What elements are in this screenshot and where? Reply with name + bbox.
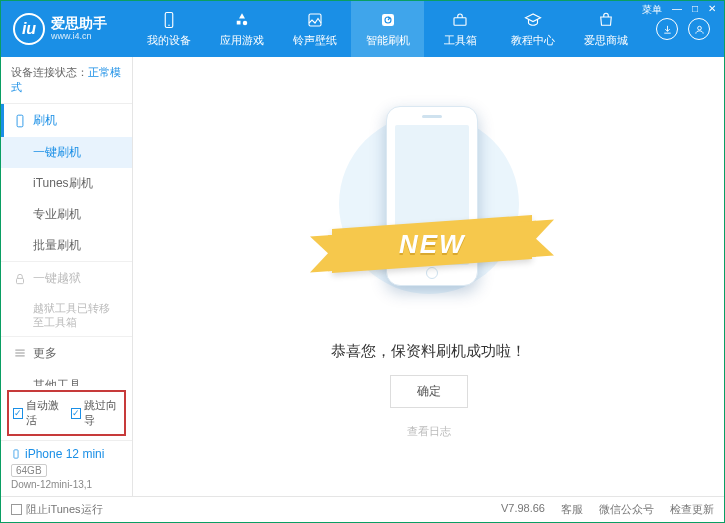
update-link[interactable]: 检查更新 bbox=[670, 502, 714, 517]
success-illustration: NEW bbox=[354, 114, 504, 314]
status-label: 设备连接状态： bbox=[11, 66, 88, 78]
status-bar: 阻止iTunes运行 V7.98.66 客服 微信公众号 检查更新 bbox=[1, 496, 724, 522]
success-message: 恭喜您，保资料刷机成功啦！ bbox=[331, 342, 526, 361]
toolbox-icon bbox=[451, 11, 469, 29]
nav-store[interactable]: 爱思商城 bbox=[569, 1, 642, 57]
maximize-button[interactable]: □ bbox=[690, 3, 700, 17]
group-label: 一键越狱 bbox=[33, 270, 81, 287]
nav-label: 工具箱 bbox=[444, 33, 477, 48]
nav-label: 铃声壁纸 bbox=[293, 33, 337, 48]
wallpaper-icon bbox=[306, 11, 324, 29]
group-label: 刷机 bbox=[33, 112, 57, 129]
nav-toolbox[interactable]: 工具箱 bbox=[424, 1, 497, 57]
sidebar-menu: 刷机 一键刷机 iTunes刷机 专业刷机 批量刷机 一键越狱 越狱工具已转移至… bbox=[1, 104, 132, 386]
app-title: 爱思助手 bbox=[51, 16, 107, 31]
lock-icon bbox=[13, 272, 27, 286]
svg-rect-6 bbox=[454, 17, 466, 25]
options-box: ✓自动激活 ✓跳过向导 bbox=[7, 390, 126, 436]
more-icon bbox=[13, 346, 27, 360]
device-name: iPhone 12 mini bbox=[11, 447, 122, 461]
checkbox-label: 阻止iTunes运行 bbox=[26, 502, 103, 517]
device-info[interactable]: iPhone 12 mini 64GB Down-12mini-13,1 bbox=[1, 440, 132, 496]
check-icon: ✓ bbox=[13, 408, 23, 419]
checkbox-block-itunes[interactable]: 阻止iTunes运行 bbox=[11, 502, 103, 517]
title-bar: 菜单 — □ ✕ iu 爱思助手 www.i4.cn 我的设备 应用游戏 铃声壁… bbox=[1, 1, 724, 57]
logo-icon: iu bbox=[13, 13, 45, 45]
sidebar-group-flash[interactable]: 刷机 bbox=[1, 104, 132, 137]
checkbox-icon bbox=[11, 504, 22, 515]
main-content: NEW 恭喜您，保资料刷机成功啦！ 确定 查看日志 bbox=[133, 57, 724, 496]
phone-icon bbox=[160, 11, 178, 29]
sidebar-group-jailbreak[interactable]: 一键越狱 bbox=[1, 262, 132, 295]
logo: iu 爱思助手 www.i4.cn bbox=[1, 13, 133, 45]
nav-apps[interactable]: 应用游戏 bbox=[206, 1, 279, 57]
version-label: V7.98.66 bbox=[501, 502, 545, 517]
tutorial-icon bbox=[524, 11, 542, 29]
sidebar: 设备连接状态：正常模式 刷机 一键刷机 iTunes刷机 专业刷机 批量刷机 一… bbox=[1, 57, 133, 496]
window-controls: 菜单 — □ ✕ bbox=[640, 3, 718, 17]
svg-point-7 bbox=[697, 26, 701, 30]
sidebar-item-batch[interactable]: 批量刷机 bbox=[1, 230, 132, 261]
nav-flash[interactable]: 智能刷机 bbox=[351, 1, 424, 57]
sidebar-item-other[interactable]: 其他工具 bbox=[1, 370, 132, 386]
device-capacity: 64GB bbox=[11, 464, 47, 477]
nav-ringtone[interactable]: 铃声壁纸 bbox=[278, 1, 351, 57]
wechat-link[interactable]: 微信公众号 bbox=[599, 502, 654, 517]
jailbreak-note: 越狱工具已转移至工具箱 bbox=[1, 295, 132, 336]
flash-icon bbox=[379, 11, 397, 29]
sidebar-item-itunes[interactable]: iTunes刷机 bbox=[1, 168, 132, 199]
svg-rect-10 bbox=[14, 450, 18, 458]
device-model: Down-12mini-13,1 bbox=[11, 479, 122, 490]
sidebar-group-more[interactable]: 更多 bbox=[1, 337, 132, 370]
minimize-button[interactable]: — bbox=[670, 3, 684, 17]
body: 设备连接状态：正常模式 刷机 一键刷机 iTunes刷机 专业刷机 批量刷机 一… bbox=[1, 57, 724, 496]
checkbox-skip-guide[interactable]: ✓跳过向导 bbox=[71, 398, 121, 428]
nav-label: 教程中心 bbox=[511, 33, 555, 48]
nav-label: 应用游戏 bbox=[220, 33, 264, 48]
download-button[interactable] bbox=[656, 18, 678, 40]
svg-point-3 bbox=[243, 20, 248, 25]
checkbox-auto-activate[interactable]: ✓自动激活 bbox=[13, 398, 63, 428]
checkbox-label: 跳过向导 bbox=[84, 398, 121, 428]
sidebar-item-oneclick[interactable]: 一键刷机 bbox=[1, 137, 132, 168]
svg-point-1 bbox=[169, 24, 171, 26]
nav-tutorial[interactable]: 教程中心 bbox=[497, 1, 570, 57]
ok-button[interactable]: 确定 bbox=[390, 375, 468, 408]
phone-icon bbox=[13, 114, 27, 128]
svg-rect-8 bbox=[17, 115, 23, 127]
titlebar-right bbox=[642, 18, 724, 40]
app-url: www.i4.cn bbox=[51, 32, 107, 42]
user-button[interactable] bbox=[688, 18, 710, 40]
nav-label: 我的设备 bbox=[147, 33, 191, 48]
svg-rect-2 bbox=[237, 20, 241, 24]
menu-icon[interactable]: 菜单 bbox=[640, 3, 664, 17]
connection-status: 设备连接状态：正常模式 bbox=[1, 57, 132, 104]
group-label: 更多 bbox=[33, 345, 57, 362]
view-log-link[interactable]: 查看日志 bbox=[407, 424, 451, 439]
close-button[interactable]: ✕ bbox=[706, 3, 718, 17]
main-nav: 我的设备 应用游戏 铃声壁纸 智能刷机 工具箱 教程中心 爱思商城 bbox=[133, 1, 642, 57]
nav-label: 爱思商城 bbox=[584, 33, 628, 48]
svg-rect-9 bbox=[17, 278, 24, 283]
nav-label: 智能刷机 bbox=[366, 33, 410, 48]
sidebar-item-pro[interactable]: 专业刷机 bbox=[1, 199, 132, 230]
check-icon: ✓ bbox=[71, 408, 81, 419]
store-icon bbox=[597, 11, 615, 29]
checkbox-label: 自动激活 bbox=[26, 398, 63, 428]
apps-icon bbox=[233, 11, 251, 29]
app-window: 菜单 — □ ✕ iu 爱思助手 www.i4.cn 我的设备 应用游戏 铃声壁… bbox=[0, 0, 725, 523]
nav-my-device[interactable]: 我的设备 bbox=[133, 1, 206, 57]
support-link[interactable]: 客服 bbox=[561, 502, 583, 517]
